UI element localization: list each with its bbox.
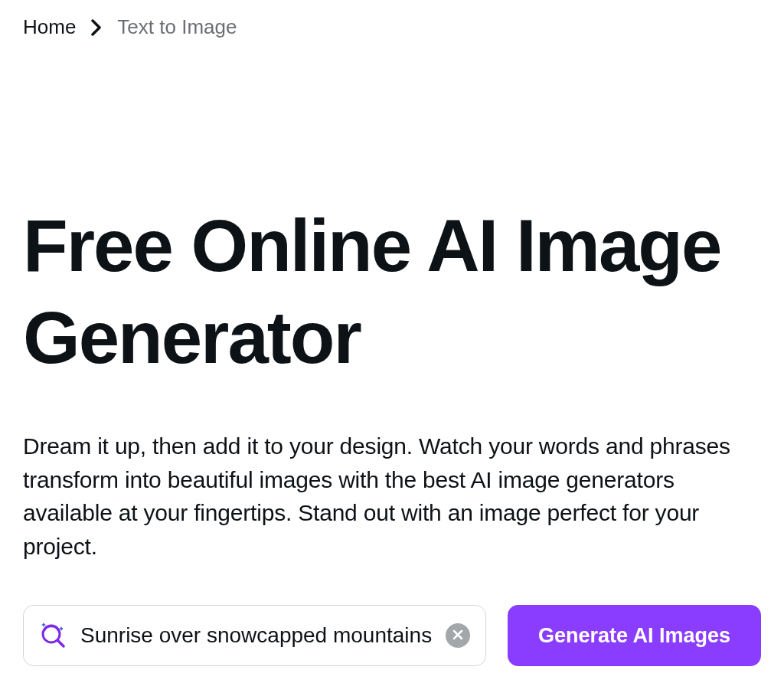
prompt-input[interactable] — [80, 623, 432, 648]
breadcrumb-current: Text to Image — [117, 15, 237, 39]
page-title: Free Online AI Image Generator — [23, 200, 761, 384]
prompt-input-wrapper[interactable] — [23, 605, 486, 666]
chevron-right-icon — [91, 19, 102, 36]
breadcrumb: Home Text to Image — [23, 15, 761, 39]
magic-search-icon — [39, 622, 67, 649]
clear-input-button[interactable] — [446, 623, 470, 648]
breadcrumb-home-link[interactable]: Home — [23, 15, 76, 39]
page-description: Dream it up, then add it to your design.… — [23, 430, 761, 563]
generate-button[interactable]: Generate AI Images — [508, 605, 761, 666]
prompt-row: Generate AI Images — [23, 605, 761, 666]
close-icon — [452, 629, 463, 642]
svg-line-1 — [58, 641, 64, 647]
